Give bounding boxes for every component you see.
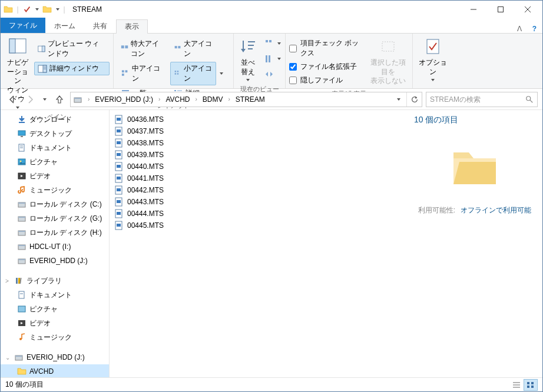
file-item[interactable]: 00439.MTS bbox=[114, 149, 402, 161]
nav-item[interactable]: ⌄EVERIO_HDD (J:) bbox=[1, 350, 109, 364]
ribbon-collapse-button[interactable]: ᐱ bbox=[512, 25, 527, 33]
svg-line-43 bbox=[530, 99, 532, 102]
qat-dropdown-2[interactable] bbox=[54, 3, 62, 16]
navigation-pane[interactable]: ダウンロードデスクトップドキュメントピクチャビデオミュージックローカル ディスク… bbox=[1, 110, 110, 392]
svg-rect-86 bbox=[117, 188, 121, 191]
details-view-button[interactable] bbox=[509, 379, 524, 391]
chevron-right-icon[interactable]: › bbox=[194, 96, 199, 102]
file-item[interactable]: 00442.MTS bbox=[114, 184, 402, 196]
refresh-button[interactable] bbox=[406, 92, 422, 107]
details-pane-label: 詳細ウィンドウ bbox=[49, 64, 99, 74]
address-bar[interactable]: › EVERIO_HDD (J:) › AVCHD › BDMV › STREA… bbox=[70, 92, 422, 107]
breadcrumb-0[interactable]: EVERIO_HDD (J:) bbox=[91, 92, 157, 107]
forward-button[interactable] bbox=[23, 92, 37, 107]
nav-item-label: ピクチャ bbox=[29, 157, 58, 167]
back-button[interactable] bbox=[5, 92, 19, 107]
file-name: 00437.MTS bbox=[127, 127, 164, 135]
file-extensions-toggle[interactable]: ファイル名拡張子 bbox=[289, 61, 365, 73]
minimize-button[interactable] bbox=[460, 1, 487, 18]
nav-item-label: ビデオ bbox=[29, 318, 51, 328]
nav-item[interactable]: ローカル ディスク (H:) bbox=[1, 225, 109, 240]
file-name: 00439.MTS bbox=[127, 151, 164, 159]
nav-item[interactable]: ピクチャ bbox=[1, 155, 109, 169]
chevron-right-icon[interactable]: › bbox=[157, 96, 162, 102]
tab-file[interactable]: ファイル bbox=[1, 18, 45, 33]
nav-item-label: ローカル ディスク (H:) bbox=[29, 228, 102, 238]
address-dropdown-button[interactable] bbox=[391, 92, 406, 107]
up-button[interactable] bbox=[52, 92, 67, 107]
tab-home[interactable]: ホーム bbox=[45, 19, 84, 33]
layout-small-button[interactable]: 小アイコン bbox=[170, 62, 216, 85]
svg-rect-37 bbox=[269, 55, 270, 62]
nav-item-label: ビデオ bbox=[29, 171, 51, 181]
breadcrumb-root-icon[interactable] bbox=[71, 92, 86, 107]
maximize-button[interactable] bbox=[487, 1, 514, 18]
file-item[interactable]: 00438.MTS bbox=[114, 137, 402, 149]
breadcrumb-1[interactable]: AVCHD bbox=[162, 92, 193, 107]
qat-properties-button[interactable] bbox=[21, 3, 34, 16]
nav-item[interactable]: ローカル ディスク (C:) bbox=[1, 197, 109, 211]
recent-locations-button[interactable] bbox=[41, 92, 49, 107]
file-item[interactable]: 00441.MTS bbox=[114, 172, 402, 184]
nav-item[interactable]: ビデオ bbox=[1, 169, 109, 183]
file-name: 00442.MTS bbox=[127, 186, 164, 194]
layout-large-button[interactable]: 大アイコン bbox=[170, 37, 216, 61]
layout-extra-large-button[interactable]: 特大アイコン bbox=[117, 37, 169, 61]
nav-item-label: ライブラリ bbox=[27, 276, 62, 286]
nav-item[interactable]: ローカル ディスク (G:) bbox=[1, 211, 109, 225]
chevron-right-icon[interactable]: › bbox=[227, 96, 232, 102]
nav-item[interactable]: ミュージック bbox=[1, 183, 109, 197]
file-item[interactable]: 00437.MTS bbox=[114, 125, 402, 137]
file-item[interactable]: 00436.MTS bbox=[114, 114, 402, 125]
qat-dropdown[interactable] bbox=[34, 3, 41, 16]
options-button[interactable]: オプション bbox=[416, 35, 449, 84]
preview-pane-button[interactable]: プレビュー ウィンドウ bbox=[34, 37, 110, 61]
hidden-files-toggle[interactable]: 隠しファイル bbox=[289, 74, 365, 87]
nav-item[interactable]: AVCHD bbox=[1, 364, 109, 378]
icons-view-button[interactable] bbox=[524, 379, 538, 391]
close-button[interactable] bbox=[514, 1, 541, 18]
add-columns-button[interactable] bbox=[261, 52, 284, 65]
svg-rect-5 bbox=[9, 39, 15, 53]
svg-rect-16 bbox=[122, 70, 124, 72]
tab-share[interactable]: 共有 bbox=[84, 19, 116, 33]
tab-view[interactable]: 表示 bbox=[116, 19, 148, 34]
nav-item[interactable]: デスクトップ bbox=[1, 127, 109, 141]
ribbon-group-layout: 特大アイコン 大アイコン 中アイコン 小アイコン 一覧 詳細 レイアウト bbox=[114, 34, 234, 88]
file-item[interactable]: 00445.MTS bbox=[114, 220, 402, 231]
nav-item[interactable]: ビデオ bbox=[1, 316, 109, 330]
search-box[interactable] bbox=[426, 92, 538, 107]
breadcrumb-2[interactable]: BDMV bbox=[199, 92, 227, 107]
details-pane-button[interactable]: 詳細ウィンドウ bbox=[34, 62, 110, 75]
video-file-icon bbox=[114, 115, 124, 124]
svg-rect-80 bbox=[117, 153, 121, 156]
file-item[interactable]: 00440.MTS bbox=[114, 161, 402, 172]
help-button[interactable]: ? bbox=[527, 25, 542, 33]
nav-item[interactable]: >ライブラリ bbox=[1, 274, 109, 288]
sort-button[interactable]: 並べ替え bbox=[237, 35, 259, 84]
breadcrumb-3[interactable]: STREAM bbox=[232, 92, 269, 107]
file-item[interactable]: 00443.MTS bbox=[114, 196, 402, 208]
video-file-icon bbox=[114, 197, 124, 207]
svg-rect-63 bbox=[16, 278, 18, 284]
item-checkboxes-toggle[interactable]: 項目チェック ボックス bbox=[289, 37, 365, 59]
chevron-right-icon[interactable]: › bbox=[86, 96, 91, 102]
nav-item[interactable]: ドキュメント bbox=[1, 288, 109, 302]
layout-medium-button[interactable]: 中アイコン bbox=[117, 62, 169, 85]
nav-item[interactable]: ミュージック bbox=[1, 330, 109, 344]
svg-rect-54 bbox=[18, 202, 25, 204]
hide-selected-button: 選択した項目を 表示しない bbox=[367, 35, 409, 88]
nav-item[interactable]: ダウンロード bbox=[1, 112, 109, 127]
size-columns-button[interactable] bbox=[261, 68, 284, 81]
group-by-button[interactable] bbox=[261, 37, 284, 50]
nav-item[interactable]: ドキュメント bbox=[1, 141, 109, 155]
qat-separator: | bbox=[15, 3, 21, 16]
nav-item[interactable]: HDCL-UT (I:) bbox=[1, 240, 109, 254]
nav-item-label: デスクトップ bbox=[29, 129, 72, 139]
file-list[interactable]: 00436.MTS00437.MTS00438.MTS00439.MTS0044… bbox=[110, 110, 407, 392]
file-name: 00440.MTS bbox=[127, 162, 164, 171]
nav-item[interactable]: EVERIO_HDD (J:) bbox=[1, 254, 109, 268]
nav-item[interactable]: ピクチャ bbox=[1, 302, 109, 316]
search-input[interactable] bbox=[430, 95, 525, 104]
file-item[interactable]: 00444.MTS bbox=[114, 208, 402, 220]
